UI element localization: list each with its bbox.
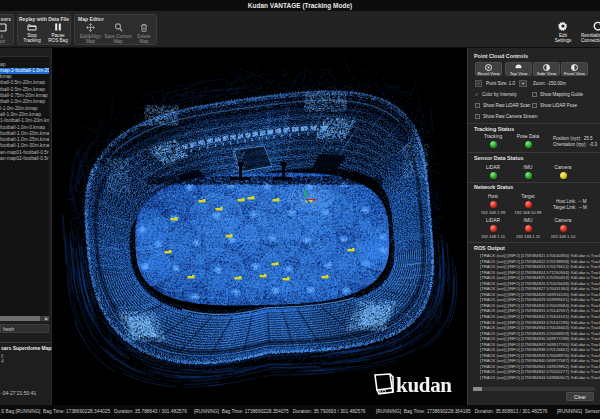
svg-text:AR: AR [378,389,387,395]
